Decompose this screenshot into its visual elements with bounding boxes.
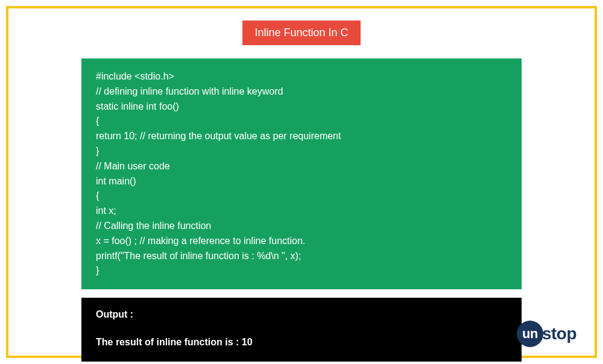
- code-line: int x;: [96, 204, 507, 219]
- brand-logo: unstop: [517, 321, 576, 347]
- logo-prefix: un: [517, 321, 543, 347]
- code-line: {: [96, 114, 507, 129]
- code-line: // Calling the inline function: [96, 219, 507, 234]
- output-block: Output : The result of inline function i…: [81, 298, 522, 362]
- code-block: #include <stdio.h> // defining inline fu…: [81, 58, 522, 289]
- code-line: static inline int foo(): [96, 99, 507, 115]
- code-line: x = foo() ; // making a reference to inl…: [96, 234, 507, 249]
- code-line: }: [96, 144, 507, 159]
- output-text: The result of inline function is : 10: [96, 335, 507, 350]
- output-label: Output :: [96, 307, 507, 322]
- code-line: int main(): [96, 174, 507, 189]
- code-line: }: [96, 263, 507, 278]
- code-line: {: [96, 189, 507, 204]
- content-card: Inline Function In C #include <stdio.h> …: [6, 6, 597, 358]
- code-line: // Main user code: [96, 159, 507, 174]
- code-line: // defining inline function with inline …: [96, 84, 507, 99]
- title-badge: Inline Function In C: [242, 20, 360, 45]
- code-line: printf("The result of inline function is…: [96, 249, 507, 264]
- code-line: return 10; // returning the output value…: [96, 129, 507, 144]
- code-line: #include <stdio.h>: [96, 69, 507, 84]
- logo-suffix: stop: [542, 324, 576, 343]
